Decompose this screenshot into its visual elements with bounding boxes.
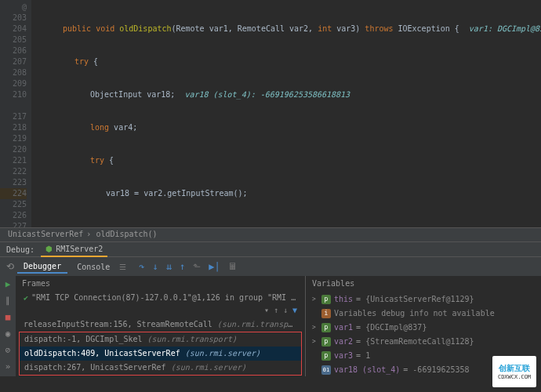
watermark-logo: 创新互联 CDXWCX.COM bbox=[492, 356, 536, 387]
view-breakpoints-icon[interactable]: ◉ bbox=[5, 328, 11, 339]
check-icon: ✔ bbox=[24, 293, 28, 302]
step-into-icon[interactable]: ↓ bbox=[153, 261, 158, 272]
stack-frame-selected[interactable]: oldDispatch:409, UnicastServerRef (sun.r… bbox=[20, 347, 301, 361]
run-to-cursor-icon[interactable]: ▶| bbox=[209, 261, 220, 272]
chevron-right-icon[interactable]: > bbox=[312, 293, 318, 306]
stack-frame[interactable]: run:202, Transport$2 (sun.rmi.transport) bbox=[19, 376, 302, 376]
bug-icon: ⬢ bbox=[45, 245, 53, 253]
param-icon: p bbox=[321, 351, 331, 361]
step-controls: ↷ ↓ ⇊ ↑ ⬑ ▶| 🖩 bbox=[139, 261, 237, 272]
inline-hint: var1: DGCImpl@837 var2: StreamRemoteCall… bbox=[459, 24, 541, 33]
info-icon: i bbox=[321, 309, 331, 318]
debug-toolwindow-header: Debug: ⬢ RMIServer2 bbox=[0, 241, 541, 257]
stack-frame[interactable]: dispatch:-1, DGCImpl_Skel (sun.rmi.trans… bbox=[20, 332, 301, 347]
code-editor: @ 203 204 205 206 207 208 209 210 217 21… bbox=[0, 0, 541, 227]
param-icon: p bbox=[321, 295, 331, 304]
debug-body: ▶ ∥ ■ ◉ ⊘ » Frames ✔"RMI TCP Connection(… bbox=[0, 276, 541, 376]
tab-console[interactable]: Console bbox=[71, 261, 116, 273]
chevron-right-icon[interactable]: > bbox=[312, 336, 318, 348]
binary-icon: 01 bbox=[321, 365, 331, 375]
debugger-toolbar: ⟲ Debugger Console ☰ ↷ ↓ ⇊ ↑ ⬑ ▶| 🖩 bbox=[0, 257, 541, 276]
code-area[interactable]: public void oldDispatch(Remote var1, Rem… bbox=[31, 0, 541, 227]
breadcrumb[interactable]: UnicastServerRef› oldDispatch() bbox=[0, 227, 541, 241]
mute-breakpoints-icon[interactable]: ⊘ bbox=[5, 345, 11, 355]
threads-icon[interactable]: ☰ bbox=[119, 263, 126, 271]
variable-row[interactable]: >p this = {UnicastServerRef@1129} bbox=[310, 292, 536, 307]
next-frame-icon[interactable]: ↓ bbox=[283, 304, 288, 317]
stack-frame[interactable]: dispatch:267, UnicastServerRef (sun.rmi.… bbox=[20, 361, 301, 375]
step-over-icon[interactable]: ↷ bbox=[139, 261, 144, 272]
param-icon: p bbox=[321, 337, 331, 347]
resume-icon[interactable]: ▶ bbox=[5, 279, 11, 289]
thread-selector[interactable]: ✔"RMI TCP Connection(87)-127.0.0.1"@1,12… bbox=[19, 291, 302, 318]
stop-icon[interactable]: ■ bbox=[5, 312, 11, 322]
frames-panel: Frames ✔"RMI TCP Connection(87)-127.0.0.… bbox=[16, 276, 306, 376]
variable-row[interactable]: >p var1 = {DGCImpl@837} bbox=[310, 321, 536, 335]
settings-icon[interactable]: » bbox=[5, 361, 11, 372]
step-out-icon[interactable]: ↑ bbox=[180, 261, 185, 272]
variable-row: i Variables debug info not available bbox=[310, 307, 536, 321]
line-gutter: @ 203 204 205 206 207 208 209 210 217 21… bbox=[0, 0, 31, 227]
prev-frame-icon[interactable]: ↑ bbox=[274, 304, 278, 317]
variable-row[interactable]: >p var2 = {StreamRemoteCall@1128} bbox=[310, 335, 536, 349]
highlight-frame-group: dispatch:-1, DGCImpl_Skel (sun.rmi.trans… bbox=[19, 332, 302, 376]
stack-frame[interactable]: releaseInputStream:156, StreamRemoteCall… bbox=[19, 318, 302, 332]
debug-side-toolbar: ▶ ∥ ■ ◉ ⊘ » bbox=[0, 276, 16, 376]
variables-title: Variables bbox=[312, 279, 354, 288]
force-step-into-icon[interactable]: ⇊ bbox=[166, 261, 172, 272]
restart-icon[interactable]: ⟲ bbox=[6, 261, 14, 272]
breadcrumb-class[interactable]: UnicastServerRef bbox=[8, 230, 83, 238]
drop-frame-icon[interactable]: ⬑ bbox=[193, 261, 201, 272]
debug-label: Debug: bbox=[6, 245, 34, 254]
pause-icon[interactable]: ∥ bbox=[5, 296, 10, 306]
chevron-right-icon[interactable]: > bbox=[312, 321, 318, 334]
debug-config-tab[interactable]: ⬢ RMIServer2 bbox=[41, 241, 107, 257]
inline-hint: var18 (slot_4): -669196253586618813 bbox=[175, 90, 350, 99]
filter-icon[interactable]: ▼ bbox=[292, 304, 297, 317]
breadcrumb-method[interactable]: oldDispatch() bbox=[96, 230, 157, 238]
param-icon: p bbox=[321, 323, 331, 332]
frames-title: Frames bbox=[22, 279, 50, 288]
dropdown-icon[interactable]: ▾ bbox=[264, 304, 269, 317]
tab-debugger[interactable]: Debugger bbox=[17, 260, 67, 274]
evaluate-icon[interactable]: 🖩 bbox=[228, 261, 238, 272]
